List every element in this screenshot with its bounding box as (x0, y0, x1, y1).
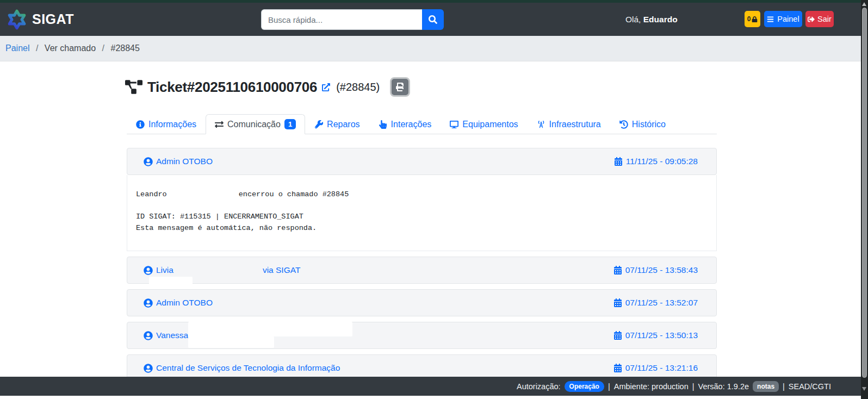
sender-link[interactable]: Livia (156, 265, 173, 275)
sair-button[interactable]: Sair (805, 11, 834, 27)
ticket-number: (#28845) (336, 81, 380, 93)
ticket-title: Ticket#2025110610000706 (147, 79, 317, 96)
footer: Autorização: Operação | Ambiente: produc… (0, 377, 868, 396)
message-header[interactable]: Livia via SIGAT 07/11/25 - 13:58:43 (127, 257, 717, 284)
sender-link[interactable]: Vanessa (156, 331, 188, 340)
body-line: Leandroencerrou o chamado #28845 (136, 189, 708, 201)
release-notes-badge[interactable]: notas (753, 381, 779, 392)
message-item: Admin OTOBO 11/11/25 - 09:05:28 Leandroe… (127, 148, 717, 251)
sign-out-icon (808, 16, 815, 23)
message-datetime: 11/11/25 - 09:05:28 (614, 157, 698, 166)
message-sender: Vanessa (144, 331, 188, 340)
sair-label: Sair (817, 15, 832, 23)
breadcrumb-painel[interactable]: Painel (5, 43, 29, 53)
footer-environment: Ambiente: production (614, 382, 689, 391)
message-body: Leandroencerrou o chamado #28845 ID SIGA… (127, 175, 717, 251)
greeting: Olá, Eduardo (625, 3, 678, 36)
user-circle-icon (144, 364, 153, 373)
body-line (136, 201, 708, 212)
breadcrumb-separator: / (36, 43, 38, 53)
footer-org: SEAD/CGTI (789, 382, 831, 391)
vertical-scrollbar[interactable] (861, 0, 868, 399)
lock-icon (752, 16, 758, 22)
sender-link[interactable]: Admin OTOBO (156, 298, 213, 308)
brand: SIGAT (7, 3, 74, 36)
scrollbar-up-arrow[interactable] (862, 2, 866, 6)
sigat-logo-icon (7, 9, 27, 30)
quick-search-input[interactable] (261, 9, 422, 30)
sender-link[interactable]: Admin OTOBO (156, 157, 213, 166)
user-circle-icon (144, 266, 153, 275)
user-circle-icon (144, 157, 153, 166)
broadcast-tower-icon (537, 120, 545, 129)
painel-button[interactable]: Painel (764, 11, 802, 27)
calendar-icon (613, 331, 622, 340)
communication-list: Admin OTOBO 11/11/25 - 09:05:28 Leandroe… (127, 148, 717, 387)
redaction-box (188, 322, 352, 336)
message-datetime: 07/11/25 - 13:58:43 (613, 265, 698, 275)
info-circle-icon (136, 120, 145, 129)
breadcrumb: Painel / Ver chamado / #28845 (0, 36, 868, 61)
greeting-prefix: Olá, (625, 15, 643, 24)
tab-comunicacao[interactable]: Comunicação 1 (206, 114, 305, 134)
message-item: Admin OTOBO 07/11/25 - 13:52:07 (127, 289, 717, 316)
exchange-icon (215, 120, 224, 129)
footer-auth-label: Autorização: (517, 382, 561, 391)
navbar: SIGAT Olá, Eduardo 0 Painel Sair (0, 3, 868, 36)
wrench-icon (314, 120, 323, 129)
message-header[interactable]: Admin OTOBO 07/11/25 - 13:52:07 (127, 289, 717, 316)
quick-search (261, 9, 444, 30)
calendar-icon (613, 298, 622, 307)
message-header[interactable]: Admin OTOBO 11/11/25 - 09:05:28 (127, 148, 717, 175)
user-circle-icon (144, 331, 153, 340)
lock-counter-button[interactable]: 0 (745, 11, 760, 27)
project-diagram-icon (125, 80, 142, 94)
tab-badge: 1 (284, 119, 296, 129)
message-datetime: 07/11/25 - 13:52:07 (613, 298, 698, 308)
datetime-text: 07/11/25 - 13:58:43 (625, 265, 698, 275)
message-header[interactable]: Vanessa 07/11/25 - 13:50:13 (127, 322, 717, 349)
search-icon (429, 15, 437, 24)
datetime-text: 07/11/25 - 13:21:16 (625, 363, 698, 373)
datetime-text: 11/11/25 - 09:05:28 (626, 157, 698, 166)
datetime-text: 07/11/25 - 13:52:07 (625, 298, 698, 308)
tab-historico[interactable]: Histórico (610, 115, 675, 134)
message-item: Livia via SIGAT 07/11/25 - 13:58:43 (127, 257, 717, 284)
tab-interacoes[interactable]: Interações (369, 115, 441, 134)
datetime-text: 07/11/25 - 13:50:13 (625, 331, 698, 340)
sigat-page: SIGAT Olá, Eduardo 0 Painel Sair Painel … (0, 0, 868, 399)
tab-infraestrutura[interactable]: Infraestrutura (528, 115, 610, 134)
redaction-box (188, 336, 274, 348)
scrollbar-down-arrow[interactable] (862, 387, 866, 391)
calendar-icon (613, 266, 622, 275)
sender-link[interactable]: Central de Serviços de Tecnologia da Inf… (156, 363, 340, 373)
message-datetime: 07/11/25 - 13:50:13 (613, 331, 698, 340)
message-item: Vanessa 07/11/25 - 13:50:13 (127, 322, 717, 349)
lock-count: 0 (747, 15, 751, 23)
body-line: ID SIGAT: #115315 | ENCERRAMENTO_SIGAT (136, 211, 708, 223)
breadcrumb-ticket-id: #28845 (110, 43, 139, 53)
search-button[interactable] (422, 9, 444, 30)
message-datetime: 07/11/25 - 13:21:16 (613, 363, 698, 373)
redaction-box (149, 277, 193, 288)
footer-version: Versão: 1.9.2e (698, 382, 749, 391)
message-sender: Admin OTOBO (144, 157, 213, 166)
tab-informacoes[interactable]: Informações (127, 115, 206, 134)
message-sender: Livia via SIGAT (144, 265, 300, 275)
breadcrumb-separator: / (102, 43, 104, 53)
tab-reparos[interactable]: Reparos (305, 115, 369, 134)
print-icon (396, 83, 405, 91)
painel-label: Painel (777, 15, 799, 23)
footer-separator: | (692, 382, 695, 391)
sender-suffix: via SIGAT (263, 265, 300, 275)
auth-status-badge: Operação (565, 381, 604, 392)
desktop-icon (450, 120, 458, 129)
history-icon (619, 120, 628, 129)
message-sender: Central de Serviços de Tecnologia da Inf… (144, 363, 340, 373)
footer-separator: | (783, 382, 785, 391)
print-button[interactable] (390, 77, 410, 97)
tab-equipamentos[interactable]: Equipamentos (441, 115, 527, 134)
external-link-icon[interactable] (322, 83, 330, 91)
footer-separator: | (608, 382, 610, 391)
scrollbar-thumb[interactable] (862, 8, 867, 378)
